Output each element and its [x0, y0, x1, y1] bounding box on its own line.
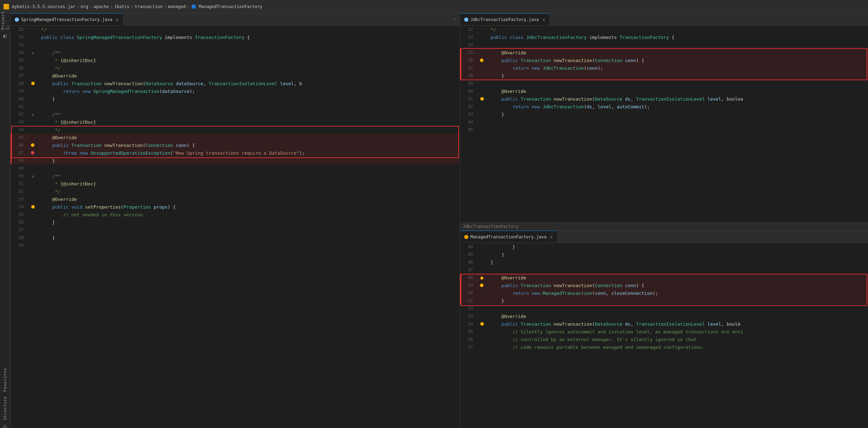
sidebar-icon-1[interactable]: ◧ [1, 32, 9, 40]
tab-close-managed[interactable]: × [550, 234, 553, 240]
tab-icon-managed [464, 235, 468, 239]
tab-label-jdbc: JdbcTransactionFactory.java [470, 17, 539, 22]
breakpoint-38 [31, 82, 35, 85]
table-row: 59 [11, 242, 460, 249]
table-row: 57 // code remains portable between mana… [460, 343, 868, 351]
table-row: 34 [460, 41, 868, 49]
table-row: 31 */ [11, 26, 460, 33]
right-top-code-wrapper: 32 */ 33 public class JdbcTransactionFac… [460, 26, 868, 134]
left-editor-panel: SpringManagedTransactionFactory.java × ✓ [11, 13, 460, 428]
breadcrumb-org: org [81, 4, 88, 9]
table-row: 43 } [460, 110, 868, 118]
breadcrumb-transaction: transaction [135, 4, 162, 9]
main-layout: 1: Project ◧ Favorites Z: Structure Spri… [0, 13, 868, 428]
table-row: 56 } [11, 218, 460, 226]
table-row: 39 [460, 80, 868, 87]
right-editor-panel: JdbcTransactionFactory.java × 32 [460, 13, 868, 428]
tab-label-managed: ManagedTransactionFactory.java [470, 235, 547, 239]
left-code-wrapper: 31 */ 32 public class SpringManagedTrans… [11, 26, 460, 249]
table-row: 34 ⊟ /** [11, 49, 460, 56]
right-top-tabs: JdbcTransactionFactory.java × [460, 13, 868, 26]
table-row: 38 } [460, 72, 868, 80]
left-code-area[interactable]: 31 */ 32 public class SpringManagedTrans… [11, 26, 460, 428]
table-row: 41 public Transaction newTransaction(Dat… [460, 95, 868, 103]
table-row: 42 return new JdbcTransaction(ds, level,… [460, 103, 868, 110]
right-top-code-table: 32 */ 33 public class JdbcTransactionFac… [460, 26, 868, 134]
breakpoint-b49 [480, 284, 483, 287]
table-row: 51 * {@inheritDoc} [11, 180, 460, 188]
table-row: 44 } [460, 243, 868, 251]
app-icon [4, 4, 9, 9]
table-row: 50 return new ManagedTransaction(conn, c… [460, 289, 868, 297]
table-row: 39 return new SpringManagedTransaction(d… [11, 87, 460, 95]
breadcrumb: mybatis-3.5.5-sources.jar › org › apache… [12, 4, 262, 9]
table-row: 44 [460, 118, 868, 126]
right-top-code-area[interactable]: 32 */ 33 public class JdbcTransactionFac… [460, 26, 868, 222]
table-row: 35 * {@inheritDoc} [11, 56, 460, 64]
table-row: 49 public Transaction newTransaction(Con… [460, 281, 868, 289]
sidebar-favorites[interactable]: Favorites [3, 364, 7, 392]
table-row: 54 public Transaction newTransaction(Dat… [460, 320, 868, 328]
right-bottom-panel: ManagedTransactionFactory.java × 44 [460, 231, 868, 428]
table-row: 35 @Override [460, 49, 868, 56]
tab-close-spring[interactable]: × [116, 17, 119, 22]
sidebar-top-section: 1: Project ◧ [0, 17, 10, 40]
breadcrumb-class: 🔵 ManagedTransactionFactory [191, 4, 262, 9]
table-row: 56 // controlled by an external manager.… [460, 335, 868, 343]
right-bottom-code-table: 44 } 45 } [460, 243, 868, 351]
table-row: 40 } [11, 95, 460, 103]
table-row: 32 public class SpringManagedTransaction… [11, 33, 460, 41]
table-row: 55 // not needed in this version [11, 211, 460, 218]
table-row: 45 } [460, 251, 868, 258]
table-row: 53 @Override [460, 312, 868, 320]
breadcrumb-jar: mybatis-3.5.5-sources.jar [12, 4, 75, 9]
tab-label-spring: SpringManagedTransactionFactory.java [21, 17, 112, 22]
table-row: 41 [11, 103, 460, 110]
table-row: 54 public void setProperties(Properties … [11, 203, 460, 211]
breakpoint-47 [31, 151, 34, 155]
table-row: 51 } [460, 297, 868, 305]
table-row: 43 * {@inheritDoc} [11, 118, 460, 126]
right-bottom-tabs: ManagedTransactionFactory.java × [460, 231, 868, 243]
breakpoint-r36 [480, 59, 483, 62]
breakpoint-54 [31, 205, 35, 209]
left-tabs: SpringManagedTransactionFactory.java × ✓ [11, 13, 460, 26]
table-row: 36 */ [11, 64, 460, 72]
table-row: 57 [11, 226, 460, 234]
check-indicator: ✓ [453, 13, 459, 25]
table-row: 38 public Transaction newTransaction(Dat… [11, 80, 460, 87]
breakpoint-b54 [480, 322, 484, 326]
sidebar-structure[interactable]: Z: Structure [3, 395, 7, 428]
table-row: 50 ⊟ /** [11, 172, 460, 180]
tab-icon-jdbc [464, 18, 468, 22]
tab-spring-managed[interactable]: SpringManagedTransactionFactory.java × [11, 13, 123, 25]
table-row: 49 [11, 164, 460, 172]
table-row: 45 [460, 126, 868, 134]
table-row: 47 throw new UnsupportedOperationExcepti… [11, 149, 460, 157]
table-row: 46 public Transaction newTransaction(Con… [11, 141, 460, 149]
right-bottom-code-area[interactable]: 44 } 45 } [460, 243, 868, 428]
table-row: 52 */ [11, 188, 460, 195]
table-row: 37 @Override [11, 72, 460, 80]
title-bar: mybatis-3.5.5-sources.jar › org › apache… [0, 0, 868, 13]
tab-close-jdbc[interactable]: × [542, 17, 545, 22]
table-row: 58 } [11, 234, 460, 242]
table-row: 33 [11, 41, 460, 49]
table-row: 40 @Override [460, 87, 868, 95]
sidebar-project-label[interactable]: 1: Project [1, 17, 9, 25]
breakpoint-r41 [480, 97, 484, 101]
right-bottom-code-wrapper: 44 } 45 } [460, 243, 868, 351]
tab-managed[interactable]: ManagedTransactionFactory.java × [460, 231, 557, 243]
split-editors: SpringManagedTransactionFactory.java × ✓ [11, 13, 868, 428]
left-code-table: 31 */ 32 public class SpringManagedTrans… [11, 26, 460, 249]
sidebar-left: 1: Project ◧ Favorites Z: Structure [0, 13, 11, 428]
table-row: 36 public Transaction newTransaction(Con… [460, 56, 868, 64]
tab-icon-spring [15, 18, 19, 22]
tab-jdbc[interactable]: JdbcTransactionFactory.java × [460, 13, 550, 25]
breadcrumb-sep1: › [77, 4, 79, 9]
right-top-panel: JdbcTransactionFactory.java × 32 [460, 13, 868, 231]
table-row: 48 } [11, 157, 460, 164]
breadcrumb-managed: managed [168, 4, 186, 9]
jdbc-class-label: JdbcTransactionFactory [460, 222, 868, 230]
table-row: 37 return new JdbcTransaction(conn); [460, 64, 868, 72]
